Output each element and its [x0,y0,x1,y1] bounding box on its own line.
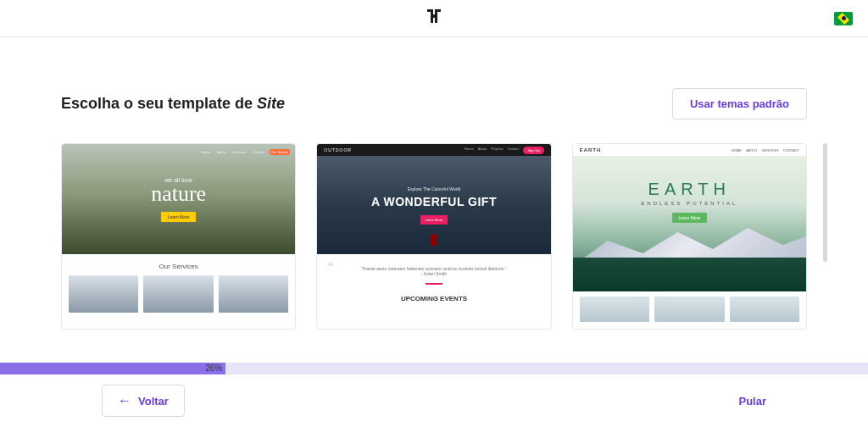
page-title: Escolha o seu template de Site [61,95,285,113]
template-card-nature[interactable]: Home About Services Contact Get Started … [61,143,296,330]
brand-logo [426,8,442,29]
template-hero: EARTH ENDLESS POTENTIAL Learn More [573,156,806,291]
template-thumb-grid [573,291,806,322]
template-cta: Learn More [672,213,708,223]
template-hero: Home About Services Contact Get Started … [62,144,295,254]
main-content: Escolha o seu template de Site Usar tema… [44,88,824,330]
template-card-outdoor[interactable]: OUTDOOR Home About Projects Contact Sign… [316,143,551,330]
template-nav: Home About Services Contact Get Started [200,149,291,155]
template-thumb-grid [62,275,295,313]
template-hero: Explore The Colourful World A WONDERFUL … [317,156,550,254]
logo-icon [426,8,442,25]
template-section-title: Our Services [62,254,295,275]
title-emphasis: Site [257,95,285,112]
template-cta: Learn More [161,212,197,222]
templates-wrapper: Home About Services Contact Get Started … [61,143,807,330]
template-headline: nature [151,181,206,207]
template-subhead: ENDLESS POTENTIAL [641,201,737,206]
title-prefix: Escolha o seu template de [61,95,257,112]
template-kicker: Explore The Colourful World [408,186,461,191]
default-themes-button[interactable]: Usar temas padrão [672,88,807,119]
template-card-earth[interactable]: EARTH HOME ABOUT SERVICES CONTACT EARTH … [572,143,807,330]
template-kicker: we all love [164,177,192,183]
template-nav: EARTH HOME ABOUT SERVICES CONTACT [573,144,806,156]
template-headline: EARTH [648,180,731,199]
language-flag-brazil[interactable] [834,12,853,25]
scrollbar[interactable] [823,143,827,262]
title-row: Escolha o seu template de Site Usar tema… [61,88,807,119]
template-section-title: UPCOMING EVENTS [317,290,550,308]
template-nav: OUTDOOR Home About Projects Contact Sign… [317,144,550,156]
app-header [0,0,868,37]
template-headline: A WONDERFUL GIFT [371,195,497,208]
template-cta: Learn More [420,215,448,225]
template-quote: "Fuerat aestu carentem habentes spectent… [317,254,550,283]
templates-grid: Home About Services Contact Get Started … [61,143,807,330]
